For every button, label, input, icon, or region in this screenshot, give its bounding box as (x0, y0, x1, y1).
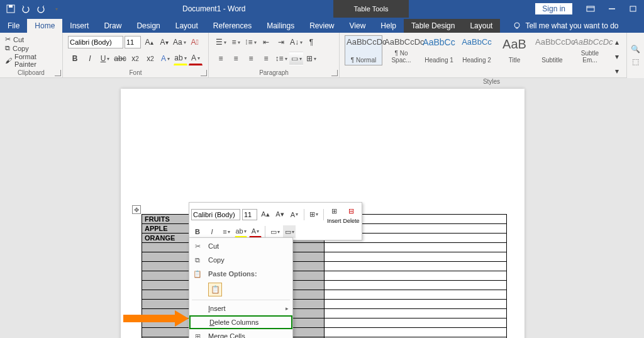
numbering-button[interactable]: ≡ (229, 35, 243, 49)
group-clipboard: ✂Cut ⧉Copy 🖌Format Painter Clipboard (0, 33, 63, 77)
mini-toolbar: A▴ A▾ A ⊞ ⊞Insert ⊟Delete B I ≡ ab A ▭ ▭ (189, 202, 362, 240)
mini-grow-font[interactable]: A▴ (259, 208, 272, 221)
tab-mailings[interactable]: Mailings (259, 19, 302, 33)
underline-button[interactable]: U (98, 52, 112, 65)
align-center-button[interactable]: ≡ (229, 52, 243, 65)
style-subtitle[interactable]: AaBbCcDcSubtitle (533, 35, 571, 65)
tab-file[interactable]: File (0, 19, 27, 33)
borders-button[interactable]: ⊞ (304, 52, 318, 65)
sort-button[interactable]: A↓ (289, 35, 303, 49)
tab-help[interactable]: Help (373, 19, 404, 33)
ribbon-display-icon[interactable] (580, 2, 601, 16)
ctx-merge-cells[interactable]: ⊞Merge Cells (189, 329, 292, 338)
save-icon[interactable] (4, 2, 18, 16)
ctx-cut[interactable]: ✂Cut (189, 239, 292, 253)
clipboard-dialog-launcher[interactable] (55, 70, 61, 76)
style-normal[interactable]: AaBbCcDc¶ Normal (345, 35, 382, 65)
styles-scroll-up[interactable]: ▴ (610, 35, 624, 49)
mini-styles[interactable]: A (288, 208, 301, 221)
ctx-insert[interactable]: Insert (189, 301, 292, 315)
decrease-indent-button[interactable]: ⇤ (259, 35, 273, 49)
font-dialog-launcher[interactable] (201, 70, 207, 76)
table-move-handle[interactable]: ✥ (132, 205, 141, 214)
mini-italic[interactable]: I (206, 225, 218, 238)
find-icon[interactable]: 🔍 (631, 45, 640, 54)
format-painter-button[interactable]: 🖌Format Painter (5, 53, 57, 68)
text-effects-button[interactable]: A (158, 52, 172, 65)
paste-keep-source-icon[interactable]: 📋 (208, 283, 222, 296)
italic-button[interactable]: I (83, 52, 97, 65)
mini-align[interactable]: ≡ (220, 225, 233, 238)
tab-view[interactable]: View (342, 19, 374, 33)
merge-icon: ⊞ (192, 331, 203, 338)
line-spacing-button[interactable]: ↕≡ (274, 52, 288, 65)
undo-icon[interactable] (19, 2, 33, 16)
style-no-spacing[interactable]: AaBbCcDc¶ No Spac... (382, 35, 420, 65)
mini-size-select[interactable] (242, 209, 257, 220)
mini-insert-icon[interactable]: ⊞ (328, 205, 340, 217)
ctx-delete-columns[interactable]: Delete Columns (189, 315, 292, 329)
tab-table-design[interactable]: Table Design (404, 19, 462, 33)
tab-draw[interactable]: Draw (96, 19, 129, 33)
change-case-button[interactable]: Aa (172, 35, 187, 49)
format-painter-label: Format Painter (14, 53, 57, 68)
style-heading2[interactable]: AaBbCcHeading 2 (458, 35, 496, 65)
highlight-button[interactable]: ab (174, 52, 187, 65)
mini-delete-icon[interactable]: ⊟ (345, 205, 358, 217)
mini-bold[interactable]: B (191, 225, 204, 238)
align-left-button[interactable]: ≡ (214, 52, 228, 65)
qat-dropdown-icon[interactable] (49, 2, 63, 16)
font-size-select[interactable] (125, 36, 141, 48)
mini-shading[interactable]: ▭ (283, 225, 296, 238)
style-subtle-em[interactable]: AaBbCcDcSubtle Em... (571, 35, 609, 65)
minimize-icon[interactable] (601, 2, 623, 16)
sign-in-button[interactable]: Sign in (535, 3, 572, 14)
show-marks-button[interactable]: ¶ (304, 35, 318, 49)
strike-button[interactable]: abc (113, 52, 127, 65)
mini-borders-icon[interactable]: ⊞ (308, 208, 320, 221)
mini-shrink-font[interactable]: A▾ (274, 208, 286, 221)
styles-expand[interactable]: ▾ (610, 64, 624, 78)
multilevel-button[interactable]: ⁝≡ (244, 35, 258, 49)
subscript-button[interactable]: x2 (128, 52, 142, 65)
superscript-button[interactable]: x2 (143, 52, 157, 65)
ribbon-right-side: 🔍 ⬚ (626, 33, 644, 78)
redo-icon[interactable] (34, 2, 48, 16)
style-heading1[interactable]: AaBbCcHeading 1 (420, 35, 458, 65)
select-icon[interactable]: ⬚ (632, 57, 639, 66)
tab-home[interactable]: Home (27, 19, 62, 33)
increase-indent-button[interactable]: ⇥ (274, 35, 288, 49)
tab-review[interactable]: Review (302, 19, 341, 33)
grow-font-button[interactable]: A▴ (142, 35, 156, 49)
ctx-copy[interactable]: ⧉Copy (189, 253, 292, 267)
tab-layout[interactable]: Layout (168, 19, 206, 33)
justify-button[interactable]: ≡ (259, 52, 273, 65)
mini-border-style[interactable]: ▭ (269, 225, 281, 238)
cut-label: Cut (13, 36, 24, 43)
svg-rect-2 (587, 6, 594, 11)
shading-button[interactable]: ▭ (289, 52, 303, 65)
font-name-select[interactable] (68, 36, 123, 48)
clipboard-group-label: Clipboard (5, 69, 57, 77)
shrink-font-button[interactable]: A▾ (157, 35, 171, 49)
tell-me-search[interactable]: Tell me what you want to do (513, 21, 618, 33)
font-color-button[interactable]: A (189, 52, 203, 65)
tab-references[interactable]: References (206, 19, 259, 33)
mini-highlight[interactable]: ab (235, 225, 247, 238)
copy-button[interactable]: ⧉Copy (5, 44, 57, 52)
bullets-button[interactable]: ☰ (214, 35, 228, 49)
clear-format-button[interactable]: A⃠ (188, 35, 202, 49)
styles-scroll-down[interactable]: ▾ (610, 50, 624, 64)
maximize-icon[interactable] (623, 2, 644, 16)
copy-label: Copy (13, 45, 29, 52)
align-right-button[interactable]: ≡ (244, 52, 258, 65)
mini-font-select[interactable] (191, 209, 240, 220)
paragraph-dialog-launcher[interactable] (331, 70, 338, 76)
bold-button[interactable]: B (68, 52, 82, 65)
tab-design[interactable]: Design (129, 19, 167, 33)
cut-button[interactable]: ✂Cut (5, 35, 57, 43)
tab-table-layout[interactable]: Layout (462, 19, 500, 33)
style-title[interactable]: AaBTitle (496, 35, 533, 65)
mini-font-color[interactable]: A (249, 225, 262, 238)
tab-insert[interactable]: Insert (62, 19, 96, 33)
